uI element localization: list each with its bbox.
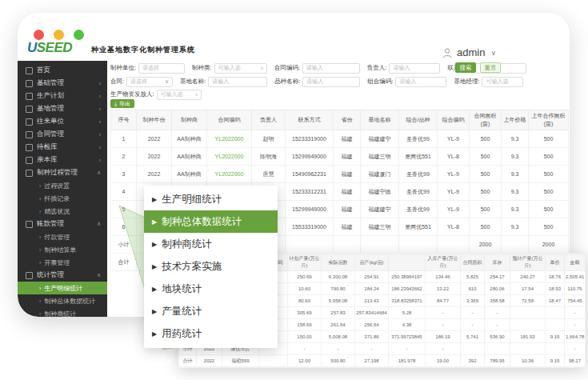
table-cell: 9.3 [502, 183, 529, 201]
app-tagline: 种业基地数字化制种管理系统 [91, 45, 195, 55]
popup-menu-item-5[interactable]: ▶产量统计 [144, 300, 278, 322]
filter-input[interactable]: 请输入 [389, 63, 440, 74]
sidebar-subitem-11[interactable]: ›精选状况 [18, 205, 107, 218]
table-cell: 150.00 [288, 331, 322, 343]
table-cell: AA制种商 [172, 148, 207, 166]
filter-input[interactable]: 可输入选› [214, 63, 267, 74]
contract-code-link[interactable]: YL2022000 [207, 166, 252, 183]
chevron-right-icon: › [99, 132, 101, 138]
table-cell [546, 343, 565, 355]
triangle-right-icon: ▶ [152, 330, 157, 338]
table-cell: - [485, 307, 510, 319]
table-cell: 72.58 [510, 295, 546, 307]
table-cell: 圣香优99 [399, 201, 438, 218]
sidebar-subitem-17[interactable]: ›生产明细统计 [18, 282, 107, 294]
contract-code-link[interactable]: YL2022000 [207, 130, 252, 148]
popup-menu-item-0[interactable]: ▶生产明细统计 [144, 188, 278, 210]
sidebar-item-12[interactable]: 账款管理∧ [18, 218, 107, 230]
export-button[interactable]: ⤓ 导出 [110, 99, 134, 108]
popup-menu-item-1[interactable]: ▶制种总体数据统计 [144, 210, 278, 233]
sidebar-item-label: 亲本库 [37, 155, 58, 165]
sidebar-item-label: 待检库 [37, 142, 58, 152]
filter-input[interactable]: 请输入 [302, 63, 360, 74]
filter-input[interactable]: 请输入 [208, 77, 267, 87]
sidebar-subitem-10[interactable]: ›扦插记录 [18, 192, 107, 205]
table-cell [510, 319, 546, 331]
sidebar-subitem-19[interactable]: ›制种商统计 [18, 307, 107, 317]
window-maximize-button[interactable] [74, 30, 84, 40]
statistics-popup-menu: ▶生产明细统计▶制种总体数据统计▶制种商统计▶技术方案实施▶地块统计▶产量统计▶… [144, 186, 278, 348]
table-cell: 福建 [334, 201, 361, 218]
filter-input[interactable]: 请选择 [138, 63, 185, 74]
filter-input[interactable]: 请输入 [395, 77, 446, 87]
table-cell: 1,664.78 [565, 331, 586, 343]
sidebar-item-2[interactable]: 生产计划› [18, 90, 107, 102]
sidebar-item-5[interactable]: 合同管理› [18, 128, 107, 141]
reset-button[interactable]: 重置 [480, 62, 501, 73]
window-minimize-button[interactable] [54, 30, 64, 40]
table-cell: 186.23943662 [389, 283, 426, 295]
table-cell: 福建 [334, 130, 361, 148]
sidebar-subitem-14[interactable]: ›制种结算单 [18, 243, 107, 256]
filter-input[interactable]: 可输入选› [157, 90, 202, 100]
sidebar-item-6[interactable]: 待检库› [18, 141, 107, 154]
sidebar-subitem-13[interactable]: ›付款管理 [18, 230, 107, 243]
filter-input[interactable]: 请选择∨ [126, 77, 173, 87]
placeholder-text: 请输入 [399, 78, 442, 86]
table-cell: - [461, 307, 485, 319]
bullet-icon: › [39, 209, 41, 214]
table-cell: - [389, 343, 426, 355]
menu-icon [26, 118, 33, 126]
table-cell [286, 236, 334, 254]
table-cell: 15299949000 [286, 201, 334, 218]
table-cell: - [565, 307, 586, 319]
filter-input[interactable]: 可输入选 [482, 77, 523, 87]
sidebar-item-4[interactable]: 往来单位› [18, 115, 107, 128]
table-cell: - [288, 343, 322, 355]
table-cell: - [461, 319, 485, 331]
popup-menu-item-6[interactable]: ▶用药统计 [144, 322, 278, 345]
table-header-row: 序号制种年份制种商合同编码负责人联系方式省份基地名称组合/品种组合编码合同面积(… [111, 110, 569, 130]
chevron-right-icon: › [195, 92, 197, 98]
user-menu[interactable]: admin ∨ [442, 46, 496, 58]
sidebar-subitem-15[interactable]: ›开票管理 [18, 256, 107, 269]
table-cell: - [322, 343, 355, 355]
username: admin [457, 46, 485, 58]
filter-field: 基地经理:可输入选 [454, 77, 523, 87]
sidebar-item-label: 付款管理 [44, 233, 70, 242]
table-cell: 790.80 [322, 283, 355, 295]
bullet-icon: › [39, 260, 41, 266]
sidebar-subitem-9[interactable]: ›过程设置 [18, 179, 107, 192]
table-cell: 500 [529, 148, 569, 166]
popup-menu-item-4[interactable]: ▶地块统计 [144, 278, 278, 300]
sidebar-subitem-18[interactable]: ›制种总体数据统计 [18, 294, 107, 307]
table-cell: 536.90 [485, 331, 510, 343]
table-cell: 福建厦门 [361, 166, 399, 183]
table-cell [461, 343, 485, 355]
table-cell: 星两优551 [399, 218, 438, 236]
table-cell: 15299949000 [286, 148, 334, 166]
sidebar-item-7[interactable]: 亲本库› [18, 154, 107, 166]
table-cell: YL-9 [438, 130, 470, 148]
chevron-up-icon: ∧ [97, 170, 101, 176]
menu-icon [26, 67, 33, 74]
table-cell: 4 [111, 183, 137, 201]
search-button[interactable]: 搜索 [455, 62, 476, 73]
sidebar-item-0[interactable]: 首页 [18, 64, 107, 77]
sidebar-item-16[interactable]: 统计管理∧ [18, 269, 107, 282]
column-header: 合同面积(亩) [470, 110, 502, 130]
window-close-button[interactable] [34, 30, 44, 40]
table-cell: 500 [470, 201, 502, 218]
table-cell: 18.76 [546, 271, 565, 283]
popup-menu-item-2[interactable]: ▶制种商统计 [144, 233, 278, 255]
sidebar-item-8[interactable]: 制种过程管理∧ [18, 166, 107, 179]
sidebar-item-3[interactable]: 基地管理› [18, 102, 107, 115]
table-cell: 福建建宁 [361, 130, 399, 148]
table-cell: 181.978 [389, 355, 426, 367]
sidebar-item-1[interactable]: 基础管理› [18, 77, 107, 90]
table-cell: 2022 [197, 355, 222, 367]
popup-menu-item-3[interactable]: ▶技术方案实施 [144, 255, 278, 278]
contract-code-link[interactable]: YL2022000 [207, 148, 252, 166]
table-cell: 福建 [334, 148, 361, 166]
filter-input[interactable]: 请输入 [302, 77, 360, 87]
